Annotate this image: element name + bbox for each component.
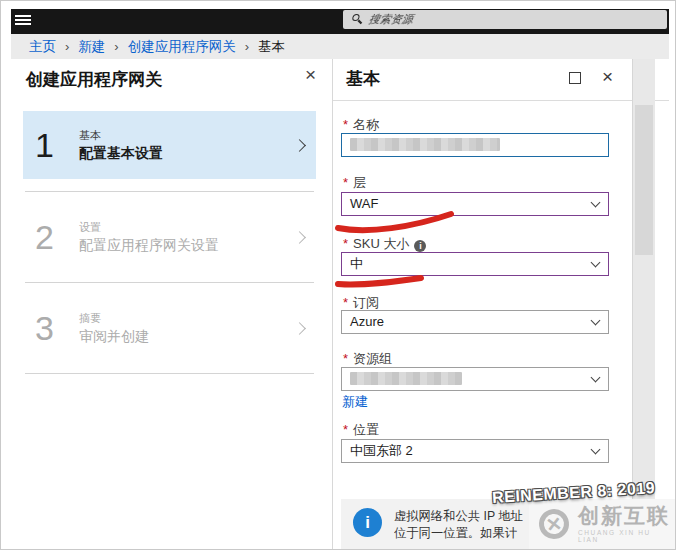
chevron-right-icon <box>293 322 306 335</box>
search-placeholder: 搜索资源 <box>368 12 415 27</box>
sku-select[interactable]: 中 <box>341 252 609 276</box>
basics-blade: 基本 × *名称 *层 WAF *SKU 大小i 中 <box>333 59 669 549</box>
step-number: 1 <box>35 126 79 165</box>
breadcrumb: 主页 › 新建 › 创建应用程序网关 › 基本 <box>11 34 669 59</box>
sku-label: *SKU 大小i <box>343 235 426 253</box>
required-marker: * <box>343 175 348 190</box>
site-logo: ✕ 创新互联 CHUANG XIN HU LIAN <box>529 499 675 549</box>
menu-icon[interactable] <box>15 15 31 27</box>
info-text-line2: 位于同一位置。如果计 <box>394 525 523 542</box>
wizard-step-settings[interactable]: 2 设置 配置应用程序网关设置 <box>23 203 316 271</box>
info-icon[interactable]: i <box>414 240 426 252</box>
close-icon[interactable]: × <box>305 65 316 84</box>
step-label: 设置 <box>79 220 295 235</box>
name-label: *名称 <box>343 116 379 134</box>
tier-label: *层 <box>343 174 366 192</box>
location-value: 中国东部 2 <box>350 443 413 458</box>
divider <box>25 373 314 374</box>
resource-group-select[interactable] <box>341 367 609 391</box>
required-marker: * <box>343 351 348 366</box>
tier-select[interactable]: WAF <box>341 192 609 216</box>
tier-value: WAF <box>350 196 378 211</box>
scrollbar[interactable] <box>632 59 655 549</box>
breadcrumb-current: 基本 <box>258 38 285 56</box>
redacted-value <box>350 372 462 385</box>
blade-title: 基本 <box>346 67 380 90</box>
required-marker: * <box>343 422 348 437</box>
name-input[interactable] <box>341 133 609 157</box>
wizard-step-summary[interactable]: 3 摘要 审阅并创建 <box>23 294 316 362</box>
step-sublabel: 配置应用程序网关设置 <box>79 237 295 255</box>
info-text-line1: 虚拟网络和公共 IP 地址 <box>394 508 523 525</box>
breadcrumb-new[interactable]: 新建 <box>78 38 105 56</box>
step-label: 摘要 <box>79 311 295 326</box>
chevron-down-icon <box>591 316 601 326</box>
sku-value: 中 <box>350 256 363 271</box>
resource-group-label: *资源组 <box>343 350 392 368</box>
logo-name: 创新互联 <box>578 505 675 526</box>
chevron-down-icon <box>591 198 601 208</box>
location-select[interactable]: 中国东部 2 <box>341 439 609 463</box>
breadcrumb-home[interactable]: 主页 <box>29 38 56 56</box>
chevron-right-icon: › <box>245 39 249 54</box>
logo-subtitle: CHUANG XIN HU LIAN <box>578 529 675 543</box>
chevron-right-icon: › <box>114 39 118 54</box>
create-new-link[interactable]: 新建 <box>342 393 368 411</box>
chevron-right-icon <box>293 231 306 244</box>
chevron-right-icon <box>293 139 306 152</box>
required-marker: * <box>343 295 348 310</box>
create-appgw-blade: 创建应用程序网关 × 1 基本 配置基本设置 2 设置 配置应用程序网关设置 <box>11 59 333 549</box>
chevron-down-icon <box>591 258 601 268</box>
search-icon <box>350 14 363 25</box>
azure-portal-page: 搜索资源 主页 › 新建 › 创建应用程序网关 › 基本 创建应用程序网关 × … <box>0 0 676 550</box>
step-number: 2 <box>35 218 79 257</box>
wizard-step-basics[interactable]: 1 基本 配置基本设置 <box>23 111 316 179</box>
step-number: 3 <box>35 309 79 348</box>
top-nav-bar: 搜索资源 <box>11 9 669 34</box>
step-label: 基本 <box>79 128 295 143</box>
search-input[interactable]: 搜索资源 <box>343 10 667 29</box>
blade-title: 创建应用程序网关 <box>26 68 162 91</box>
location-label: *位置 <box>343 421 379 439</box>
logo-icon: ✕ <box>537 507 571 541</box>
divider <box>25 282 314 283</box>
divider <box>25 191 314 192</box>
maximize-icon[interactable] <box>569 72 581 84</box>
chevron-down-icon <box>591 445 601 455</box>
scrollbar-thumb[interactable] <box>635 105 653 255</box>
info-icon: i <box>353 508 382 537</box>
step-sublabel: 审阅并创建 <box>79 328 295 346</box>
step-sublabel: 配置基本设置 <box>79 145 295 163</box>
chevron-right-icon: › <box>65 39 69 54</box>
close-icon[interactable]: × <box>602 67 613 86</box>
subscription-value: Azure <box>350 314 384 329</box>
subscription-select[interactable]: Azure <box>341 310 609 334</box>
required-marker: * <box>343 117 348 132</box>
chevron-down-icon <box>591 373 601 383</box>
breadcrumb-create-appgw[interactable]: 创建应用程序网关 <box>128 38 236 56</box>
redacted-value <box>350 138 500 151</box>
required-marker: * <box>343 236 348 251</box>
